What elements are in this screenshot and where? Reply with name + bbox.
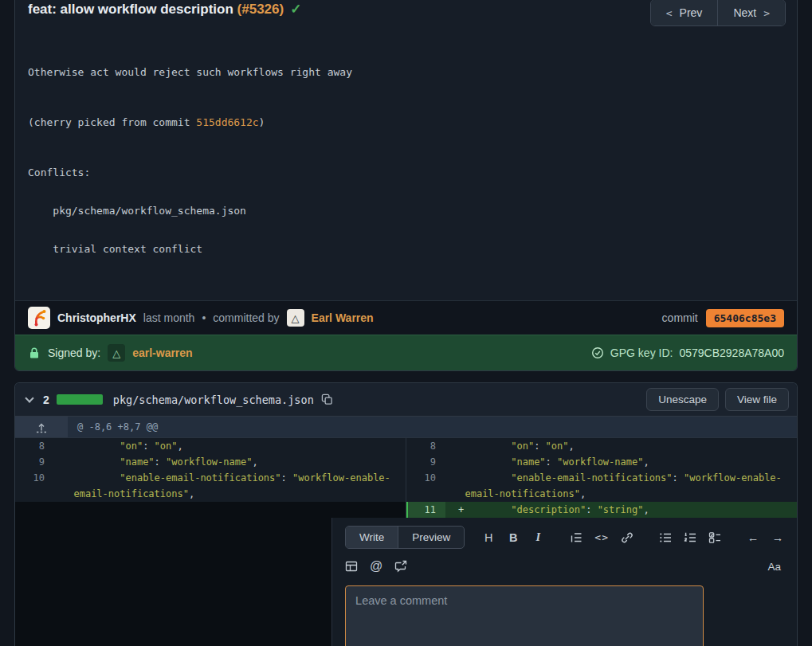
signer-name[interactable]: earl-warren (132, 346, 192, 359)
cherry-pick-sha-link[interactable]: 515dd6612c (196, 116, 258, 128)
inline-comment-form: Write Preview H B I <> (332, 518, 797, 646)
expand-up-icon (35, 421, 48, 433)
view-file-button[interactable]: View file (725, 388, 789, 411)
unordered-list-icon[interactable] (659, 531, 672, 545)
line-number[interactable]: 11 (406, 502, 445, 518)
commit-meta-row: ChristopherHX last month • committed by … (15, 300, 797, 335)
code-icon[interactable]: <> (594, 531, 609, 545)
chevron-left-icon: < (666, 7, 673, 19)
link-icon[interactable] (621, 531, 634, 545)
commit-message-line: (cherry picked from commit 515dd6612c) (28, 116, 784, 129)
copy-path-icon[interactable] (321, 393, 333, 405)
pr-reference[interactable]: (#5326) (237, 2, 284, 17)
committed-by-label: committed by (213, 311, 279, 324)
commit-title-text: feat: allow workflow description (28, 2, 237, 17)
comment-input[interactable] (345, 585, 704, 646)
file-header: 2 pkg/schema/workflow_schema.json Unesca… (15, 383, 797, 417)
code-line: "name": "workflow-name", (54, 454, 406, 470)
line-number[interactable]: 8 (406, 438, 445, 454)
chevron-right-icon: > (763, 7, 770, 19)
ordered-list-icon[interactable] (684, 531, 696, 545)
mention-icon[interactable]: @ (370, 559, 382, 574)
committer-name[interactable]: Earl Warren (312, 311, 374, 324)
code-line: "enable-email-notifications": "workflow-… (445, 470, 797, 502)
verified-icon (591, 346, 604, 359)
commit-message-line: Otherwise act would reject such workflow… (28, 66, 784, 79)
code-line: "enable-email-notifications": "workflow-… (54, 470, 406, 502)
file-diffstat-bar (57, 394, 103, 405)
next-commit-button[interactable]: Next > (717, 0, 785, 25)
editor-toolbar: H B I <> (482, 531, 784, 545)
hunk-header-text: @ -8,6 +8,7 @@ (68, 417, 158, 437)
unescape-button[interactable]: Unescape (646, 388, 719, 411)
commit-message: Otherwise act would reject such workflow… (15, 34, 797, 300)
commit-nav: < Prev Next > (650, 0, 786, 26)
dot-separator: • (202, 311, 206, 324)
commit-message-line: pkg/schema/workflow_schema.json (28, 205, 784, 217)
signed-by-label: Signed by: (48, 346, 100, 359)
task-list-icon[interactable] (708, 531, 721, 545)
cherry-pick-text: ) (259, 116, 265, 128)
commit-message-line: trivial context conflict (28, 243, 784, 256)
collapse-file-icon[interactable] (25, 393, 33, 402)
expand-hunk-button[interactable] (15, 417, 68, 437)
next-label: Next (733, 6, 756, 19)
signer-avatar[interactable]: △ (108, 344, 125, 362)
gpg-key-label: GPG key ID: (610, 346, 673, 359)
prev-commit-button[interactable]: < Prev (651, 0, 718, 25)
commit-message-line: Conflicts: (28, 166, 784, 179)
check-icon: ✓ (290, 2, 301, 17)
code-line: "on": "on", (445, 438, 797, 454)
tab-preview[interactable]: Preview (398, 527, 464, 548)
editor-mode-tabs: Write Preview (345, 526, 465, 549)
commit-label: commit (662, 311, 698, 324)
committer-avatar[interactable]: △ (287, 309, 304, 327)
author-name[interactable]: ChristopherHX (57, 311, 136, 324)
table-icon[interactable] (345, 559, 358, 574)
editor-toolbar-secondary: @ Aa (345, 559, 784, 574)
hunk-row: @ -8,6 +8,7 @@ (15, 417, 797, 438)
code-line: "name": "workflow-name", (445, 454, 797, 470)
file-changes-count: 2 (43, 393, 49, 406)
line-number (15, 502, 54, 518)
lock-icon (28, 346, 41, 359)
line-number[interactable]: 10 (406, 470, 445, 502)
code-line: "on": "on", (54, 438, 406, 454)
arrow-right-icon[interactable]: → (771, 531, 784, 545)
code-line: + "description": "string", (445, 502, 797, 518)
heading-icon[interactable]: H (482, 531, 495, 545)
tab-write[interactable]: Write (346, 527, 398, 548)
line-number[interactable]: 9 (15, 454, 54, 470)
added-line-marker: + (458, 502, 464, 518)
code-line (54, 502, 406, 518)
gpg-key-id: 0579CB2928A78A00 (679, 346, 784, 359)
file-path[interactable]: pkg/schema/workflow_schema.json (113, 393, 314, 406)
diff-grid: 8 "on": "on",8 "on": "on",9 "name": "wor… (15, 438, 797, 518)
line-number[interactable]: 9 (406, 454, 445, 470)
file-diff-panel: 2 pkg/schema/workflow_schema.json Unesca… (14, 382, 798, 646)
commit-sha-badge[interactable]: 65406c85e3 (706, 309, 784, 327)
commit-panel: feat: allow workflow description (#5326)… (14, 0, 798, 371)
arrow-left-icon[interactable]: ← (747, 531, 759, 545)
font-size-toggle[interactable]: Aa (767, 561, 784, 573)
cherry-pick-text: (cherry picked from commit (28, 116, 196, 128)
bold-icon[interactable]: B (507, 531, 520, 545)
signature-row: Signed by: △ earl-warren GPG key ID: 057… (15, 335, 797, 370)
italic-icon[interactable]: I (532, 531, 544, 545)
commit-time: last month (143, 311, 195, 324)
diff-empty-cell (15, 518, 332, 646)
line-number[interactable]: 10 (15, 470, 54, 502)
author-avatar[interactable] (28, 307, 50, 329)
commit-title: feat: allow workflow description (#5326)… (28, 0, 301, 20)
prev-label: Prev (680, 6, 703, 19)
quote-icon[interactable] (570, 531, 583, 545)
inline-comment-row: Write Preview H B I <> (15, 518, 797, 646)
reference-icon[interactable] (394, 559, 407, 574)
line-number[interactable]: 8 (15, 438, 54, 454)
